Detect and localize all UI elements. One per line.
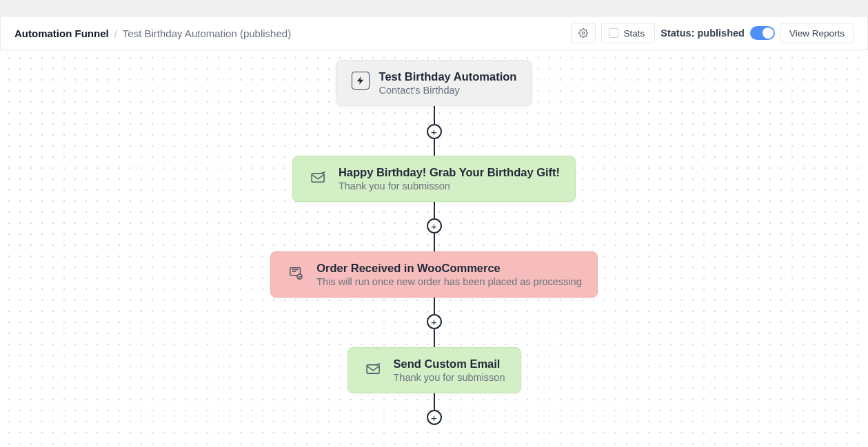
mail-icon <box>363 359 384 380</box>
connector-line <box>434 106 435 124</box>
status-label: Status: published <box>660 28 745 39</box>
connector-line <box>434 139 435 156</box>
connector-line <box>434 329 435 347</box>
view-reports-button[interactable]: View Reports <box>780 23 854 43</box>
node-title: Send Custom Email <box>394 357 505 371</box>
action-node-order[interactable]: Order Received in WooCommerce This will … <box>270 251 597 298</box>
connector-line <box>434 393 435 410</box>
breadcrumb-root[interactable]: Automation Funnel <box>14 28 109 39</box>
stats-toggle[interactable]: Stats <box>601 23 656 43</box>
connector-line <box>434 233 435 251</box>
gear-icon <box>578 28 588 38</box>
flow-canvas[interactable]: Test Birthday Automation Contact's Birth… <box>0 50 868 447</box>
breadcrumb-current: Test Birthday Automation (published) <box>123 28 291 39</box>
status-toggle[interactable] <box>750 26 775 40</box>
node-title: Order Received in WooCommerce <box>316 262 581 275</box>
header-actions: Stats Status: published View Reports <box>571 23 854 43</box>
add-step-button[interactable]: + <box>427 410 442 425</box>
node-title: Happy Birthday! Grab Your Birthday Gift! <box>339 166 560 179</box>
add-step-button[interactable]: + <box>427 314 442 329</box>
breadcrumb: Automation Funnel / Test Birthday Automa… <box>14 28 291 39</box>
action-node-email[interactable]: Happy Birthday! Grab Your Birthday Gift!… <box>292 156 576 202</box>
node-subtitle: Thank you for submisson <box>394 372 505 383</box>
stats-label: Stats <box>624 28 645 39</box>
bolt-icon <box>352 72 370 90</box>
svg-rect-4 <box>367 365 379 374</box>
node-subtitle: This will run once new order has been pl… <box>316 276 581 287</box>
node-title: Test Birthday Automation <box>379 70 517 83</box>
mail-icon <box>308 167 329 188</box>
header-bar: Automation Funnel / Test Birthday Automa… <box>0 16 868 50</box>
node-subtitle: Contact's Birthday <box>379 85 517 96</box>
cart-icon <box>286 263 307 284</box>
settings-button[interactable] <box>571 23 596 43</box>
add-step-button[interactable]: + <box>427 124 442 139</box>
action-node-email[interactable]: Send Custom Email Thank you for submisso… <box>347 347 521 393</box>
checkbox-icon <box>609 28 618 38</box>
node-subtitle: Thank you for submisson <box>339 180 560 191</box>
trigger-node[interactable]: Test Birthday Automation Contact's Birth… <box>336 60 533 106</box>
flow-column: Test Birthday Automation Contact's Birth… <box>0 60 868 425</box>
svg-rect-1 <box>312 174 324 183</box>
breadcrumb-separator: / <box>114 28 117 39</box>
connector-line <box>434 298 435 314</box>
top-spacer <box>0 0 868 16</box>
connector-line <box>434 202 435 218</box>
add-step-button[interactable]: + <box>427 218 442 233</box>
svg-point-0 <box>582 32 585 34</box>
